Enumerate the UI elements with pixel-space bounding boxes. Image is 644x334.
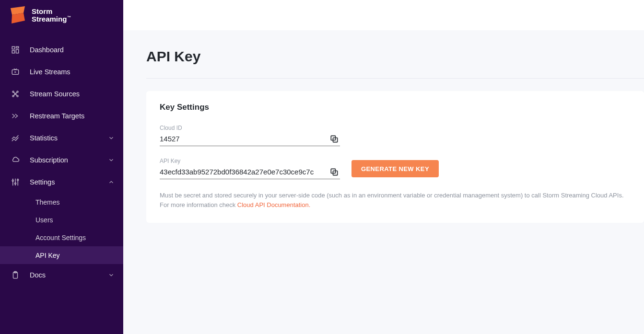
svg-point-14 bbox=[15, 93, 16, 95]
svg-rect-4 bbox=[16, 49, 19, 53]
topbar bbox=[123, 0, 644, 30]
chevron-up-icon bbox=[108, 179, 115, 185]
live-stream-icon bbox=[11, 67, 20, 77]
sidebar-subitem-api-key[interactable]: API Key bbox=[0, 246, 123, 264]
chevron-down-icon bbox=[108, 157, 115, 163]
sliders-icon bbox=[11, 177, 20, 187]
svg-point-13 bbox=[17, 95, 18, 97]
sources-icon bbox=[11, 89, 20, 99]
svg-point-23 bbox=[15, 183, 16, 184]
sidebar-subitem-users[interactable]: Users bbox=[0, 211, 123, 229]
sidebar-subitem-account-settings[interactable]: Account Settings bbox=[0, 229, 123, 246]
sidebar-item-label: API Key bbox=[35, 252, 60, 259]
sidebar-item-label: Docs bbox=[30, 271, 46, 279]
api-key-row: API Key GENERATE NEW bbox=[160, 158, 631, 179]
cloud-id-input[interactable] bbox=[160, 135, 325, 143]
svg-line-18 bbox=[16, 94, 17, 95]
sidebar: Storm Streaming™ Dashboard Live St bbox=[0, 0, 123, 334]
svg-line-16 bbox=[16, 92, 17, 93]
chevron-down-icon bbox=[108, 135, 115, 141]
sidebar-item-label: Statistics bbox=[30, 134, 58, 142]
api-key-field: API Key bbox=[160, 158, 340, 179]
svg-rect-3 bbox=[16, 46, 19, 48]
sidebar-item-live-streams[interactable]: Live Streams bbox=[0, 61, 123, 83]
svg-rect-2 bbox=[12, 46, 14, 49]
logo-text: Storm Streaming™ bbox=[32, 8, 70, 23]
sidebar-item-label: Settings bbox=[30, 178, 55, 186]
sidebar-item-label: Users bbox=[35, 216, 53, 224]
svg-rect-5 bbox=[12, 51, 14, 53]
dashboard-icon bbox=[11, 45, 20, 55]
sidebar-item-statistics[interactable]: Statistics bbox=[0, 127, 123, 149]
cloud-id-label: Cloud ID bbox=[160, 125, 340, 131]
svg-line-15 bbox=[14, 92, 15, 93]
note-text: Must be secret and stored securely in yo… bbox=[160, 192, 624, 208]
cloud-api-doc-link[interactable]: Cloud API Documentation. bbox=[237, 201, 310, 208]
cloud-id-field: Cloud ID bbox=[160, 125, 340, 146]
svg-point-12 bbox=[12, 95, 14, 97]
cloud-icon bbox=[11, 155, 20, 165]
sidebar-item-label: Dashboard bbox=[30, 46, 64, 54]
sidebar-item-label: Subscription bbox=[30, 156, 68, 164]
page-title: API Key bbox=[146, 48, 644, 65]
divider bbox=[146, 78, 644, 79]
primary-nav: Dashboard Live Streams bbox=[0, 30, 123, 286]
sidebar-item-label: Account Settings bbox=[35, 234, 86, 242]
api-key-label: API Key bbox=[160, 158, 340, 164]
sidebar-item-label: Stream Sources bbox=[30, 90, 80, 98]
svg-point-22 bbox=[12, 180, 13, 182]
copy-icon bbox=[329, 134, 339, 144]
sidebar-item-dashboard[interactable]: Dashboard bbox=[0, 39, 123, 61]
logo-icon bbox=[11, 6, 26, 24]
statistics-icon bbox=[11, 133, 20, 143]
sidebar-item-restream-targets[interactable]: Restream Targets bbox=[0, 105, 123, 127]
svg-point-10 bbox=[12, 91, 14, 92]
key-settings-card: Key Settings Cloud ID bbox=[146, 91, 644, 223]
main: API Key Key Settings Cloud ID bbox=[123, 0, 644, 334]
card-title: Key Settings bbox=[160, 103, 631, 112]
restream-icon bbox=[11, 111, 20, 121]
copy-cloud-id-button[interactable] bbox=[328, 134, 340, 144]
content: API Key Key Settings Cloud ID bbox=[123, 30, 644, 223]
chevron-down-icon bbox=[108, 272, 115, 278]
sidebar-item-label: Themes bbox=[35, 198, 60, 206]
svg-line-17 bbox=[14, 94, 15, 95]
copy-api-key-button[interactable] bbox=[328, 167, 340, 177]
sidebar-item-docs[interactable]: Docs bbox=[0, 264, 123, 286]
sidebar-item-subscription[interactable]: Subscription bbox=[0, 149, 123, 171]
svg-marker-7 bbox=[15, 71, 17, 73]
brand-logo[interactable]: Storm Streaming™ bbox=[0, 0, 123, 30]
api-key-note: Must be secret and stored securely in yo… bbox=[160, 191, 631, 209]
svg-point-11 bbox=[17, 91, 18, 92]
svg-point-24 bbox=[17, 179, 19, 181]
copy-icon bbox=[329, 167, 339, 177]
clipboard-icon bbox=[11, 270, 20, 280]
sidebar-item-settings[interactable]: Settings bbox=[0, 171, 123, 193]
api-key-input[interactable] bbox=[160, 168, 325, 176]
sidebar-item-label: Live Streams bbox=[30, 68, 70, 76]
cloud-id-row: Cloud ID bbox=[160, 125, 631, 146]
sidebar-item-stream-sources[interactable]: Stream Sources bbox=[0, 83, 123, 105]
sidebar-item-label: Restream Targets bbox=[30, 112, 84, 120]
generate-new-key-button[interactable]: GENERATE NEW KEY bbox=[351, 160, 439, 177]
sidebar-subitem-themes[interactable]: Themes bbox=[0, 193, 123, 211]
